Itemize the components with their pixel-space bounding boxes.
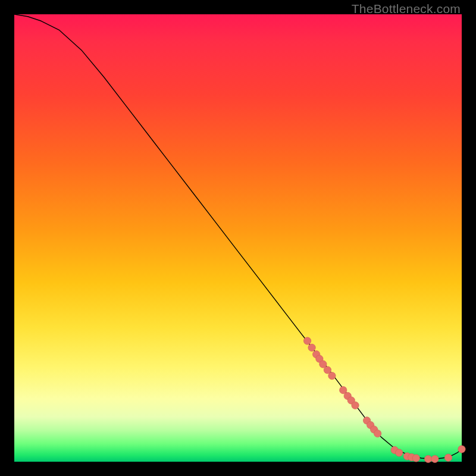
data-marker (431, 455, 439, 462)
data-marker (374, 430, 381, 437)
data-marker (308, 344, 315, 351)
curve-layer (14, 14, 462, 462)
plot-area (14, 14, 462, 462)
data-marker (352, 402, 359, 409)
data-marker (303, 337, 311, 345)
chart-stage: TheBottleneck.com (0, 0, 476, 476)
data-marker (458, 446, 465, 453)
data-marker (412, 455, 419, 462)
data-marker (328, 372, 336, 379)
data-marker (396, 449, 403, 456)
data-marker (444, 454, 452, 461)
curve-markers (303, 337, 465, 463)
curve-line (14, 14, 462, 459)
data-marker (424, 455, 431, 462)
